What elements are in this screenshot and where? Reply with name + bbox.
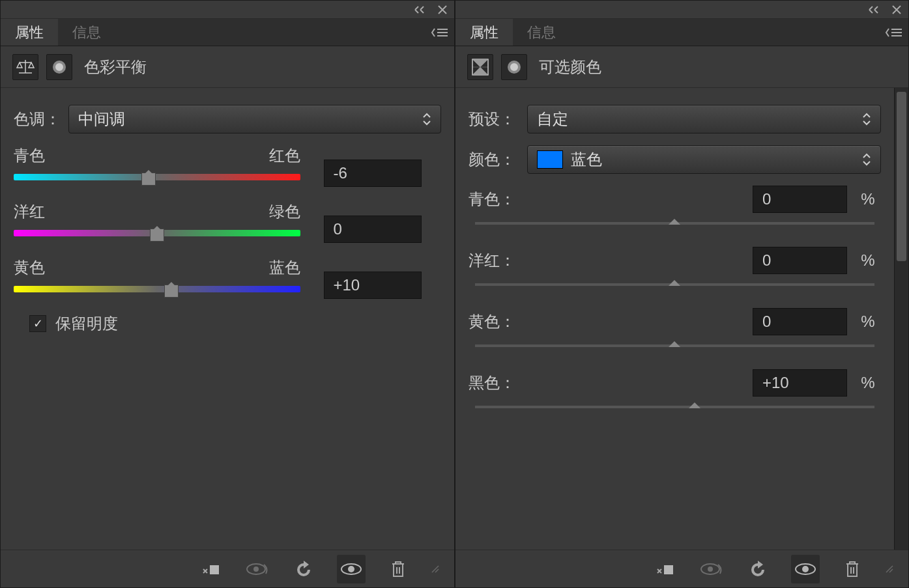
toggle-visibility-icon[interactable] bbox=[337, 555, 366, 583]
chevron-updown-icon bbox=[422, 113, 431, 126]
svg-point-4 bbox=[348, 566, 354, 572]
tone-value: 中间调 bbox=[78, 109, 125, 130]
close-icon[interactable] bbox=[891, 5, 902, 15]
color-dropdown[interactable]: 蓝色 bbox=[527, 145, 882, 174]
sc-track[interactable] bbox=[475, 222, 875, 225]
chevron-updown-icon bbox=[862, 153, 871, 166]
layer-mask-icon[interactable] bbox=[501, 54, 527, 80]
sc-slider-2: 黄色：0% bbox=[469, 308, 882, 347]
slider-right-label: 绿色 bbox=[269, 201, 300, 222]
sc-label: 洋红： bbox=[469, 250, 540, 271]
panel-footer bbox=[1, 550, 454, 587]
scrollbar-thumb[interactable] bbox=[897, 92, 906, 261]
svg-point-10 bbox=[802, 566, 809, 572]
delete-icon[interactable] bbox=[384, 555, 412, 583]
slider-value[interactable]: -6 bbox=[324, 160, 422, 187]
color-label: 颜色： bbox=[469, 149, 519, 170]
slider-value[interactable]: +10 bbox=[324, 272, 422, 299]
slider-right-label: 蓝色 bbox=[269, 257, 300, 278]
svg-point-8 bbox=[708, 567, 713, 572]
sc-label: 青色： bbox=[469, 189, 540, 210]
cb-slider-0: 青色红色-6 bbox=[14, 145, 441, 180]
color-swatch bbox=[537, 150, 563, 169]
slider-handle[interactable] bbox=[141, 173, 156, 186]
panel-topbar bbox=[1, 1, 454, 19]
panel-menu-icon[interactable] bbox=[885, 27, 903, 38]
slider-left-label: 青色 bbox=[14, 145, 45, 166]
selective-color-panel: 属性 信息 可选颜色 预设： 自定 颜色： 蓝色 bbox=[455, 0, 910, 588]
sc-label: 黑色： bbox=[469, 372, 540, 393]
sc-value[interactable]: +10 bbox=[753, 369, 847, 397]
layer-mask-icon[interactable] bbox=[46, 54, 72, 80]
sc-label: 黄色： bbox=[469, 311, 540, 332]
slider-track[interactable] bbox=[14, 174, 300, 180]
resize-grip-icon[interactable] bbox=[885, 565, 894, 574]
slider-handle[interactable] bbox=[150, 229, 164, 242]
selective-color-icon[interactable] bbox=[467, 54, 493, 80]
preset-label: 预设： bbox=[469, 109, 519, 130]
svg-rect-6 bbox=[664, 565, 673, 574]
view-previous-icon[interactable] bbox=[243, 555, 272, 583]
preserve-luminosity-checkbox[interactable]: ✓ bbox=[29, 315, 46, 332]
tab-info[interactable]: 信息 bbox=[58, 19, 115, 46]
panel-header: 色彩平衡 bbox=[1, 46, 454, 88]
percent-sign: % bbox=[855, 374, 881, 392]
cb-slider-2: 黄色蓝色+10 bbox=[14, 257, 441, 292]
sc-value[interactable]: 0 bbox=[753, 186, 847, 213]
tabs-row: 属性 信息 bbox=[455, 19, 909, 46]
tone-label: 色调： bbox=[14, 109, 61, 130]
sc-value[interactable]: 0 bbox=[753, 247, 847, 274]
sc-track[interactable] bbox=[475, 344, 875, 347]
tab-properties[interactable]: 属性 bbox=[455, 19, 513, 46]
reset-icon[interactable] bbox=[290, 555, 319, 583]
slider-track[interactable] bbox=[14, 286, 300, 292]
percent-sign: % bbox=[855, 190, 881, 208]
clip-to-layer-icon[interactable] bbox=[650, 555, 679, 583]
panel-menu-icon[interactable] bbox=[431, 27, 449, 38]
sc-slider-3: 黑色：+10% bbox=[469, 369, 882, 408]
preset-dropdown[interactable]: 自定 bbox=[527, 105, 882, 133]
preset-value: 自定 bbox=[537, 109, 568, 130]
tab-properties[interactable]: 属性 bbox=[1, 19, 58, 46]
svg-point-2 bbox=[253, 567, 259, 572]
svg-rect-0 bbox=[210, 565, 219, 574]
slider-left-label: 洋红 bbox=[14, 201, 45, 222]
reset-icon[interactable] bbox=[744, 555, 773, 583]
tone-dropdown[interactable]: 中间调 bbox=[68, 105, 441, 133]
preserve-luminosity-label: 保留明度 bbox=[55, 313, 118, 334]
panel-footer bbox=[455, 550, 909, 587]
toggle-visibility-icon[interactable] bbox=[791, 555, 820, 583]
panel-header: 可选颜色 bbox=[455, 46, 909, 88]
preserve-luminosity-row: ✓ 保留明度 bbox=[14, 313, 441, 334]
panel-title: 色彩平衡 bbox=[84, 57, 147, 77]
color-balance-panel: 属性 信息 色彩平衡 色调： 中间调 青色红色-6洋红绿色0黄色蓝色+10 ✓ … bbox=[0, 0, 455, 588]
sc-track[interactable] bbox=[475, 406, 875, 408]
delete-icon[interactable] bbox=[838, 555, 867, 583]
chevron-updown-icon bbox=[862, 113, 871, 126]
tabs-row: 属性 信息 bbox=[1, 19, 454, 46]
slider-right-label: 红色 bbox=[269, 145, 300, 166]
clip-to-layer-icon[interactable] bbox=[196, 555, 225, 583]
scrollbar[interactable] bbox=[894, 88, 908, 550]
sc-value[interactable]: 0 bbox=[753, 308, 847, 335]
slider-handle[interactable] bbox=[164, 285, 179, 298]
cb-slider-1: 洋红绿色0 bbox=[14, 201, 441, 236]
sc-slider-1: 洋红：0% bbox=[469, 247, 882, 286]
balance-scales-icon[interactable] bbox=[12, 54, 38, 80]
slider-value[interactable]: 0 bbox=[324, 216, 422, 243]
panel-title: 可选颜色 bbox=[539, 57, 601, 77]
tab-info[interactable]: 信息 bbox=[513, 19, 570, 46]
view-previous-icon[interactable] bbox=[697, 555, 726, 583]
sc-track[interactable] bbox=[475, 283, 875, 286]
resize-grip-icon[interactable] bbox=[431, 565, 440, 574]
panel-topbar bbox=[455, 1, 909, 19]
collapse-icon[interactable] bbox=[414, 5, 428, 14]
percent-sign: % bbox=[855, 251, 881, 270]
collapse-icon[interactable] bbox=[868, 5, 882, 14]
percent-sign: % bbox=[855, 313, 881, 331]
sc-slider-0: 青色：0% bbox=[469, 186, 882, 225]
slider-track[interactable] bbox=[14, 230, 300, 236]
close-icon[interactable] bbox=[437, 5, 448, 15]
color-value: 蓝色 bbox=[571, 149, 602, 170]
panel-body: 色调： 中间调 青色红色-6洋红绿色0黄色蓝色+10 ✓ 保留明度 bbox=[1, 88, 454, 550]
